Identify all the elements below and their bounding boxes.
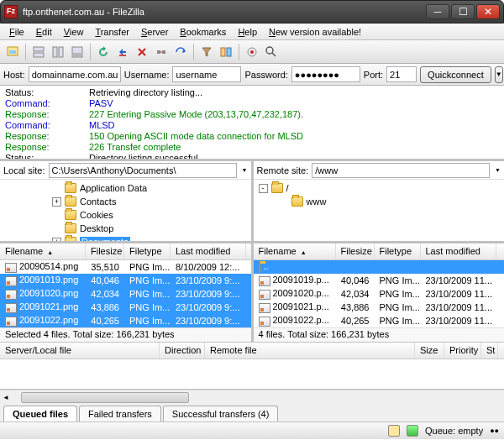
queue-status-more-icon[interactable]: ●●: [490, 427, 499, 435]
file-row[interactable]: 20091022.png40,265PNG Im...23/10/2009 9:…: [0, 314, 251, 327]
file-row[interactable]: 20090514.png35,510PNG Im...8/10/2009 12:…: [0, 260, 251, 274]
column-header[interactable]: St: [481, 343, 498, 359]
file-row[interactable]: 20091021.png43,886PNG Im...23/10/2009 9:…: [0, 301, 251, 314]
remote-path-input[interactable]: [312, 163, 490, 178]
file-row[interactable]: 20091022.p...40,265PNG Im...23/10/2009 1…: [254, 314, 505, 327]
svg-rect-10: [221, 48, 225, 56]
transfer-indicator-icon[interactable]: [407, 425, 418, 437]
local-pane: Local site: ▼ Application Data+ContactsC…: [0, 161, 251, 241]
tree-node[interactable]: +Documents: [2, 235, 249, 241]
svg-rect-7: [72, 55, 82, 57]
local-path-input[interactable]: [49, 163, 237, 178]
find-button[interactable]: [262, 43, 281, 61]
log-line: Command:PASV: [5, 98, 499, 109]
svg-rect-1: [9, 50, 16, 54]
tree-node[interactable]: +Contacts: [2, 195, 249, 208]
queue-body[interactable]: [0, 359, 504, 389]
cancel-button[interactable]: [133, 43, 151, 61]
window-title: ftp.onthenet.com.au - FileZilla: [23, 7, 426, 17]
column-header[interactable]: Priority: [444, 343, 481, 359]
menu-bookmarks[interactable]: Bookmarks: [174, 25, 232, 39]
process-queue-button[interactable]: [113, 43, 132, 61]
refresh-button[interactable]: [94, 43, 113, 61]
log-line: Command:MLSD: [5, 120, 499, 131]
password-label: Password:: [244, 70, 287, 80]
filter-button[interactable]: [197, 43, 216, 61]
reconnect-button[interactable]: [171, 43, 190, 61]
tree-node[interactable]: Application Data: [2, 181, 249, 195]
menu-view[interactable]: View: [58, 25, 90, 39]
menu-transfer[interactable]: Transfer: [89, 25, 135, 39]
file-row[interactable]: 20091020.png42,034PNG Im...23/10/2009 9:…: [0, 287, 251, 301]
toolbar: [0, 40, 504, 64]
username-input[interactable]: [172, 66, 241, 82]
tree-node[interactable]: -/: [255, 181, 503, 195]
tree-node[interactable]: Desktop: [2, 222, 249, 235]
column-header[interactable]: Filename ▲: [0, 243, 86, 259]
local-tree[interactable]: Application Data+ContactsCookiesDesktop+…: [0, 180, 251, 241]
username-label: Username:: [124, 70, 170, 80]
local-status: Selected 4 files. Total size: 166,231 by…: [0, 327, 251, 342]
tree-node[interactable]: www: [255, 195, 503, 208]
tab-queued-files[interactable]: Queued files: [3, 406, 77, 421]
disconnect-button[interactable]: [152, 43, 171, 61]
tree-node[interactable]: Cookies: [2, 208, 249, 222]
expand-icon[interactable]: +: [52, 238, 61, 242]
menu-new-version-available-[interactable]: New version available!: [263, 25, 367, 39]
scrollbar-thumb[interactable]: [21, 392, 189, 403]
column-header[interactable]: Filename ▲: [254, 243, 336, 259]
queue-scrollbar[interactable]: ◄: [0, 390, 504, 404]
message-log[interactable]: Status:Retrieving directory listing...Co…: [0, 86, 504, 161]
local-path-dropdown[interactable]: ▼: [242, 167, 248, 173]
column-header[interactable]: Last modified: [171, 243, 246, 259]
file-row[interactable]: 20091019.png40,046PNG Im...23/10/2009 9:…: [0, 274, 251, 287]
column-header[interactable]: Last modified: [421, 243, 496, 259]
quickconnect-dropdown[interactable]: ▼: [495, 66, 503, 83]
statusbar: Queue: empty ●●: [0, 422, 504, 439]
expand-icon[interactable]: -: [259, 184, 268, 193]
quickconnect-button[interactable]: Quickconnect: [420, 66, 491, 83]
menu-edit[interactable]: Edit: [30, 25, 58, 39]
sync-browse-button[interactable]: [243, 43, 261, 61]
svg-point-13: [250, 50, 254, 54]
column-header[interactable]: Server/Local file: [0, 343, 160, 359]
toggle-tree-button[interactable]: [49, 43, 67, 61]
remote-path-dropdown[interactable]: ▼: [495, 167, 501, 173]
menu-server[interactable]: Server: [135, 25, 174, 39]
compare-button[interactable]: [217, 43, 235, 61]
column-header[interactable]: Filesize: [86, 243, 124, 259]
queue-indicator-icon[interactable]: [388, 425, 400, 437]
expand-icon[interactable]: +: [52, 197, 61, 207]
menu-help[interactable]: Help: [232, 25, 263, 39]
toggle-log-button[interactable]: [29, 43, 48, 61]
column-header[interactable]: Filetype: [124, 243, 171, 259]
toggle-transfer-button[interactable]: [68, 43, 87, 61]
file-row[interactable]: 20091021.p...43,886PNG Im...23/10/2009 1…: [254, 301, 505, 314]
minimize-button[interactable]: ─: [426, 4, 449, 19]
tab-successful-transfers-[interactable]: Successful transfers (4): [163, 406, 279, 421]
column-header[interactable]: Size: [415, 343, 444, 359]
folder-icon: [65, 223, 76, 233]
maximize-button[interactable]: ☐: [451, 4, 475, 19]
host-input[interactable]: [29, 66, 121, 82]
column-header[interactable]: Filetype: [375, 243, 421, 259]
remote-file-list[interactable]: ..20091019.p...40,046PNG Im...23/10/2009…: [254, 260, 505, 327]
file-row[interactable]: 20091020.p...42,034PNG Im...23/10/2009 1…: [254, 287, 505, 301]
remote-tree[interactable]: -/www: [254, 180, 505, 241]
password-input[interactable]: [291, 66, 360, 82]
svg-point-14: [266, 47, 273, 54]
titlebar[interactable]: ftp.onthenet.com.au - FileZilla ─ ☐ ✕: [0, 0, 504, 24]
column-header[interactable]: Direction: [160, 343, 205, 359]
parent-dir-row[interactable]: ..: [254, 260, 505, 274]
port-input[interactable]: [386, 66, 417, 82]
svg-rect-2: [34, 47, 44, 51]
menu-file[interactable]: File: [3, 25, 30, 39]
svg-rect-8: [157, 50, 160, 54]
file-row[interactable]: 20091019.p...40,046PNG Im...23/10/2009 1…: [254, 274, 505, 287]
column-header[interactable]: Remote file: [205, 343, 415, 359]
close-button[interactable]: ✕: [476, 4, 500, 19]
tab-failed-transfers[interactable]: Failed transfers: [79, 406, 161, 421]
local-file-list[interactable]: 20090514.png35,510PNG Im...8/10/2009 12:…: [0, 260, 251, 327]
column-header[interactable]: Filesize: [336, 243, 375, 259]
site-manager-button[interactable]: [3, 43, 22, 61]
